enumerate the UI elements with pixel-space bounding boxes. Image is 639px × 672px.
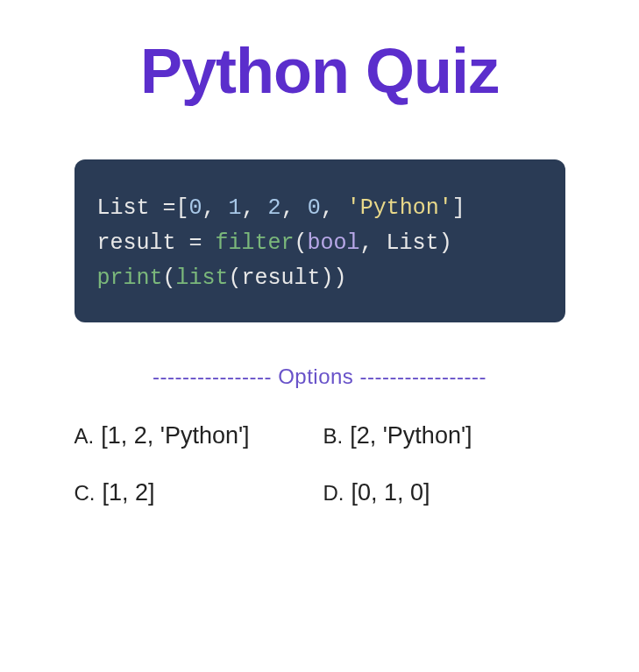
code-line-2: result = filter(bool, List) (97, 226, 543, 261)
tok-var: result (97, 230, 189, 256)
tok-comma: , (242, 195, 268, 221)
tok-num: 0 (189, 195, 202, 221)
tok-num: 2 (268, 195, 281, 221)
option-letter: D. (323, 481, 344, 506)
option-letter: A. (75, 424, 95, 449)
tok-arg: List (387, 230, 439, 256)
option-c[interactable]: C. [1, 2] (75, 479, 316, 506)
tok-comma: , (281, 195, 308, 221)
option-value: [0, 1, 0] (351, 479, 430, 506)
tok-bracket: [ (176, 195, 189, 221)
option-a[interactable]: A. [1, 2, 'Python'] (75, 422, 316, 449)
options-grid: A. [1, 2, 'Python'] B. [2, 'Python'] C. … (75, 422, 565, 506)
tok-paren: ) (321, 265, 334, 291)
option-value: [1, 2] (103, 479, 155, 506)
tok-equals: = (189, 230, 216, 256)
tok-comma: , (321, 195, 347, 221)
code-line-3: print(list(result)) (97, 261, 543, 296)
quiz-title: Python Quiz (140, 35, 499, 107)
option-letter: B. (323, 424, 344, 449)
tok-var: List (97, 195, 163, 221)
option-letter: C. (75, 481, 96, 506)
option-value: [2, 'Python'] (350, 422, 472, 449)
tok-fn: list (176, 265, 229, 291)
code-block: List =[0, 1, 2, 0, 'Python'] result = fi… (75, 159, 565, 322)
tok-arg: result (242, 265, 321, 291)
tok-bracket: ] (452, 195, 465, 221)
option-value: [1, 2, 'Python'] (101, 422, 249, 449)
tok-num: 1 (229, 195, 242, 221)
tok-paren: ) (439, 230, 452, 256)
tok-comma: , (360, 230, 387, 256)
tok-builtin: bool (308, 230, 360, 256)
tok-fn: filter (216, 230, 295, 256)
tok-fn: print (97, 265, 163, 291)
tok-equals: = (163, 195, 176, 221)
tok-paren: ( (163, 265, 176, 291)
tok-paren: ( (229, 265, 242, 291)
tok-paren: ( (295, 230, 308, 256)
tok-num: 0 (308, 195, 321, 221)
tok-paren: ) (334, 265, 347, 291)
options-header: ---------------- Options ---------------… (153, 364, 486, 389)
tok-comma: , (202, 195, 229, 221)
option-b[interactable]: B. [2, 'Python'] (323, 422, 565, 449)
option-d[interactable]: D. [0, 1, 0] (323, 479, 565, 506)
code-line-1: List =[0, 1, 2, 0, 'Python'] (97, 191, 543, 226)
tok-string: 'Python' (347, 195, 452, 221)
